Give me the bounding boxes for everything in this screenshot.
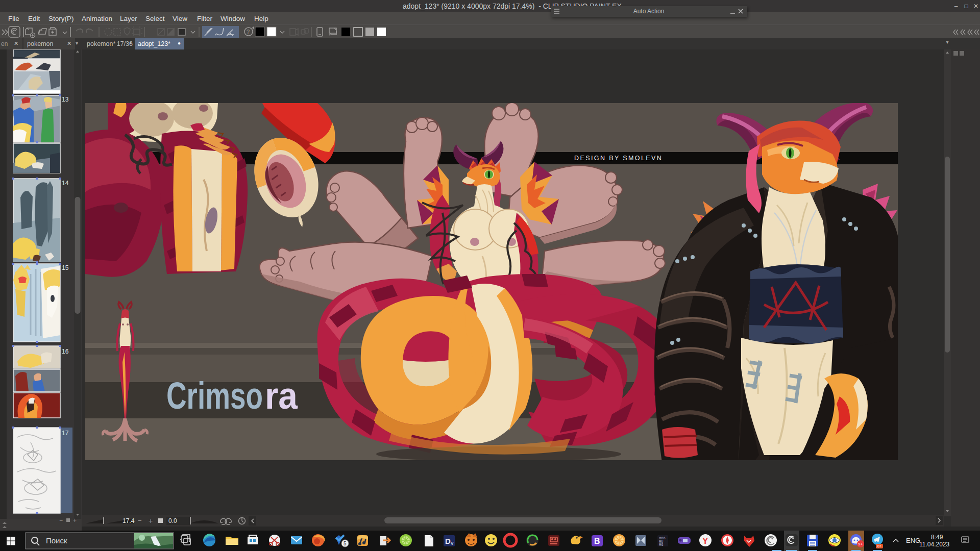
svg-text:Поиск: Поиск (46, 536, 67, 545)
svg-text:Y: Y (702, 536, 708, 546)
svg-text:−: − (138, 517, 142, 524)
svg-text:8:49: 8:49 (931, 534, 943, 541)
svg-text:13: 13 (62, 96, 69, 103)
svg-text:v: v (451, 540, 454, 546)
svg-text:.07: .07 (876, 544, 881, 548)
svg-text:14: 14 (62, 180, 69, 187)
svg-text:B: B (594, 537, 600, 545)
svg-text:0.0: 0.0 (168, 517, 177, 524)
svg-text:17: 17 (62, 430, 69, 437)
svg-text:−: − (59, 517, 63, 524)
svg-text:9+: 9+ (858, 542, 863, 546)
svg-text:11.04.2023: 11.04.2023 (919, 541, 949, 548)
svg-text:+: + (149, 517, 153, 525)
svg-text:+: + (73, 517, 77, 524)
svg-text:MG: MG (659, 543, 663, 547)
svg-text:5: 5 (344, 541, 347, 546)
svg-text:17.4: 17.4 (122, 517, 135, 524)
svg-text:ra: ra (265, 374, 298, 417)
svg-text:DESIGN BY SMOLEVN: DESIGN BY SMOLEVN (574, 155, 663, 162)
svg-text:Crimso: Crimso (166, 374, 263, 417)
svg-text:16: 16 (62, 348, 69, 355)
svg-text:D: D (445, 537, 451, 545)
svg-text:15: 15 (62, 264, 69, 271)
svg-text:ENG: ENG (906, 537, 920, 544)
svg-text:?: ? (247, 29, 250, 35)
